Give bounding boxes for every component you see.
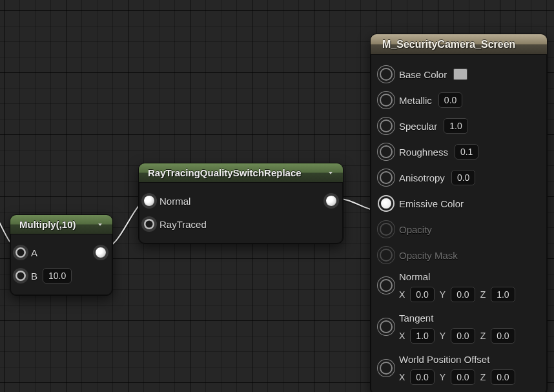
value-field-x[interactable]: 0.0 (410, 287, 434, 302)
axis-label-x: X (399, 331, 405, 341)
rtqs-input-raytraced[interactable]: RayTraced (147, 212, 335, 236)
pin-label: RayTraced (159, 219, 207, 230)
material-pin-base-color[interactable]: Base Color (380, 61, 538, 87)
material-pin-roughness[interactable]: Roughness 0.1 (380, 139, 538, 165)
pin-label: Tangent (399, 313, 433, 324)
pin-label: Opacity Mask (399, 250, 458, 261)
pin-label: A (31, 247, 37, 258)
value-field-x[interactable]: 0.0 (410, 369, 434, 385)
pin-label: Anisotropy (399, 172, 445, 183)
material-pin-specular[interactable]: Specular 1.0 (380, 113, 538, 139)
pin-label: Roughness (399, 147, 448, 158)
value-field-z[interactable]: 0.0 (491, 328, 515, 344)
output-pin-icon[interactable] (326, 196, 336, 206)
material-pin-opacity-mask: Opacity Mask (380, 242, 538, 268)
pin-label: Emissive Color (399, 198, 464, 209)
material-pin-anisotropy[interactable]: Anisotropy 0.0 (380, 165, 538, 191)
input-pin-icon[interactable] (381, 198, 391, 209)
pin-label: Metallic (399, 95, 432, 106)
pin-label: Opacity (399, 224, 432, 235)
value-field-y[interactable]: 0.0 (451, 369, 475, 385)
material-pin-emissive[interactable]: Emissive Color (380, 191, 538, 216)
input-pin-icon[interactable] (15, 247, 26, 258)
node-title: M_SecurityCamera_Screen (382, 39, 515, 50)
material-pin-normal[interactable]: Normal X 0.0 Y 0.0 Z 1.0 (380, 268, 538, 304)
input-pin-icon[interactable] (381, 69, 391, 79)
node-title: Multiply(,10) (19, 219, 76, 230)
multiply-input-b[interactable]: B 10.0 (18, 264, 105, 287)
material-pin-opacity: Opacity (380, 216, 538, 242)
value-field[interactable]: 1.0 (444, 118, 467, 134)
input-pin-icon[interactable] (381, 121, 391, 131)
pin-label: Normal (399, 271, 430, 282)
axis-label-x: X (399, 289, 405, 300)
value-field-y[interactable]: 0.0 (451, 287, 475, 302)
value-field[interactable]: 10.0 (43, 268, 72, 284)
material-header[interactable]: M_SecurityCamera_Screen (371, 34, 547, 55)
multiply-header[interactable]: Multiply(,10) (10, 215, 112, 234)
value-field-z[interactable]: 1.0 (491, 287, 515, 302)
input-pin-icon (381, 250, 391, 260)
chevron-down-icon[interactable] (94, 219, 106, 231)
input-pin-icon[interactable] (381, 172, 391, 183)
multiply-input-a[interactable]: A (18, 241, 105, 264)
node-title: RayTracingQualitySwitchReplace (148, 167, 302, 178)
input-pin-icon[interactable] (381, 280, 391, 291)
axis-label-x: X (399, 372, 405, 382)
input-pin-icon[interactable] (381, 95, 391, 105)
pin-label: Base Color (399, 69, 447, 80)
input-pin-icon[interactable] (381, 147, 391, 157)
input-pin-icon[interactable] (381, 322, 391, 332)
rtqs-header[interactable]: RayTracingQualitySwitchReplace (139, 163, 343, 183)
axis-label-y: Y (440, 372, 446, 382)
input-pin-icon (381, 224, 391, 234)
value-field[interactable]: 0.0 (451, 170, 475, 185)
material-output-node[interactable]: M_SecurityCamera_Screen Base Color Metal… (370, 34, 548, 392)
pin-label: Normal (159, 196, 190, 207)
pin-label: Specular (399, 121, 437, 132)
axis-label-z: Z (480, 289, 486, 300)
value-field-y[interactable]: 0.0 (451, 328, 475, 344)
value-field-z[interactable]: 0.0 (491, 369, 515, 385)
value-field-x[interactable]: 1.0 (410, 328, 434, 344)
chevron-down-icon[interactable] (325, 167, 336, 179)
color-swatch[interactable] (453, 68, 467, 80)
material-pin-metallic[interactable]: Metallic 0.0 (380, 87, 538, 113)
material-pin-world-pos-offset[interactable]: World Position Offset X 0.0 Y 0.0 Z 0.0 (380, 351, 538, 387)
output-pin-icon[interactable] (96, 247, 106, 258)
rtqs-input-normal[interactable]: Normal (147, 189, 335, 212)
raytracing-switch-node[interactable]: RayTracingQualitySwitchReplace Normal Ra… (138, 163, 344, 244)
pin-label: B (31, 271, 37, 282)
multiply-node[interactable]: Multiply(,10) A B 10.0 (10, 214, 113, 296)
input-pin-icon[interactable] (144, 196, 154, 206)
axis-label-z: Z (480, 331, 486, 341)
value-field[interactable]: 0.0 (438, 92, 462, 108)
material-pin-tangent[interactable]: Tangent X 1.0 Y 0.0 Z 0.0 (380, 309, 538, 346)
input-pin-icon[interactable] (381, 363, 391, 373)
value-field[interactable]: 0.1 (455, 144, 478, 160)
input-pin-icon[interactable] (15, 271, 26, 281)
axis-label-z: Z (480, 372, 486, 382)
input-pin-icon[interactable] (144, 219, 154, 229)
axis-label-y: Y (440, 289, 446, 300)
axis-label-y: Y (440, 331, 446, 341)
pin-label: World Position Offset (399, 354, 489, 365)
